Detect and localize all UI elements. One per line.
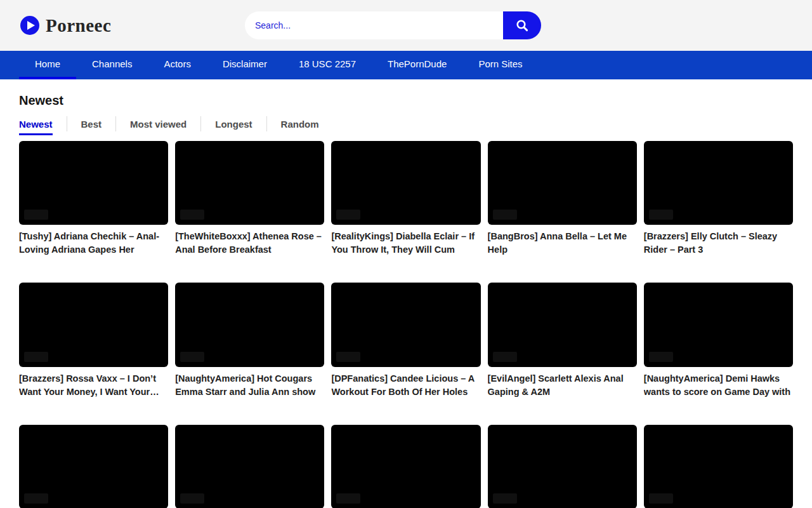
video-card[interactable]: [DPFanatics] Candee Licious – A Workout … (331, 283, 480, 398)
play-icon (20, 16, 39, 35)
search-button[interactable] (503, 11, 541, 39)
nav-item-actors: Actors (148, 51, 207, 79)
video-title: [TheWhiteBoxxx] Athenea Rose – Anal Befo… (175, 230, 324, 257)
tab-most-viewed: Most viewed (115, 116, 200, 131)
video-card[interactable]: [Brazzers] Elly Clutch – Sleazy Rider – … (644, 141, 793, 257)
page-title: Newest (19, 93, 793, 108)
video-thumbnail[interactable] (488, 141, 637, 225)
video-grid: [Tushy] Adriana Chechik – Anal-Loving Ad… (19, 141, 793, 508)
video-thumbnail[interactable] (644, 141, 793, 225)
nav-item-porn-sites: Porn Sites (462, 51, 538, 79)
video-thumbnail[interactable] (175, 283, 324, 366)
tab-random: Random (266, 116, 333, 131)
duration-badge (24, 352, 48, 362)
video-title: [Tushy] Adriana Chechik – Anal-Loving Ad… (19, 230, 168, 257)
video-title: [NaughtyAmerica] Demi Hawks wants to sco… (644, 372, 793, 399)
video-thumbnail[interactable] (488, 283, 637, 366)
video-title: [NaughtyAmerica] Hot Cougars Emma Starr … (175, 372, 324, 399)
video-card[interactable] (331, 425, 480, 508)
tab-best: Best (67, 116, 116, 131)
duration-badge (24, 210, 48, 220)
video-thumbnail[interactable] (331, 425, 480, 508)
video-thumbnail[interactable] (644, 283, 793, 366)
nav-link-channels[interactable]: Channels (76, 51, 148, 79)
tab-longest-link[interactable]: Longest (215, 119, 252, 130)
video-thumbnail[interactable] (331, 141, 480, 225)
nav-item-home: Home (19, 51, 76, 79)
duration-badge (649, 210, 673, 220)
video-thumbnail[interactable] (19, 425, 168, 508)
brand-logo[interactable]: Porneec (20, 15, 111, 36)
nav-link-home[interactable]: Home (19, 51, 76, 79)
nav-list: Home Channels Actors Disclaimer 18 USC 2… (0, 51, 812, 79)
tab-newest: Newest (19, 116, 67, 131)
tab-random-link[interactable]: Random (281, 119, 319, 130)
search-input[interactable] (245, 11, 503, 39)
video-card[interactable] (644, 425, 793, 508)
duration-badge (180, 352, 204, 362)
nav-item-channels: Channels (76, 51, 148, 79)
video-card[interactable]: [Tushy] Adriana Chechik – Anal-Loving Ad… (19, 141, 168, 257)
video-thumbnail[interactable] (644, 425, 793, 508)
video-card[interactable]: [Brazzers] Rossa Vaxx – I Don’t Want You… (19, 283, 168, 398)
nav-link-theporndude[interactable]: ThePornDude (372, 51, 462, 79)
search-icon (515, 18, 529, 32)
duration-badge (649, 493, 673, 504)
nav-link-actors[interactable]: Actors (148, 51, 207, 79)
nav-item-theporndude: ThePornDude (372, 51, 462, 79)
duration-badge (180, 493, 204, 504)
search-bar (245, 11, 541, 39)
video-card[interactable]: [BangBros] Anna Bella – Let Me Help (488, 141, 637, 257)
duration-badge (493, 352, 517, 362)
video-thumbnail[interactable] (331, 283, 480, 366)
video-card[interactable]: [EvilAngel] Scarlett Alexis Anal Gaping … (488, 283, 637, 398)
duration-badge (336, 352, 360, 362)
video-thumbnail[interactable] (175, 425, 324, 508)
main-nav: Home Channels Actors Disclaimer 18 USC 2… (0, 51, 812, 79)
nav-item-18-usc-2257: 18 USC 2257 (283, 51, 372, 79)
tab-most-viewed-link[interactable]: Most viewed (130, 119, 187, 130)
video-thumbnail[interactable] (175, 141, 324, 225)
video-card[interactable] (175, 425, 324, 508)
duration-badge (493, 493, 517, 504)
video-title: [EvilAngel] Scarlett Alexis Anal Gaping … (488, 372, 637, 399)
video-title: [RealityKings] Diabella Eclair – If You … (331, 230, 480, 257)
video-thumbnail[interactable] (19, 141, 168, 225)
video-card[interactable] (488, 425, 637, 508)
tab-longest: Longest (200, 116, 266, 131)
duration-badge (493, 210, 517, 220)
video-card[interactable]: [NaughtyAmerica] Hot Cougars Emma Starr … (175, 283, 324, 398)
tab-newest-link[interactable]: Newest (19, 119, 53, 130)
duration-badge (336, 210, 360, 220)
video-title: [BangBros] Anna Bella – Let Me Help (488, 230, 637, 257)
video-card[interactable]: [RealityKings] Diabella Eclair – If You … (331, 141, 480, 257)
video-card[interactable]: [TheWhiteBoxxx] Athenea Rose – Anal Befo… (175, 141, 324, 257)
duration-badge (24, 493, 48, 504)
nav-link-porn-sites[interactable]: Porn Sites (462, 51, 538, 79)
duration-badge (336, 493, 360, 504)
nav-link-18-usc-2257[interactable]: 18 USC 2257 (283, 51, 372, 79)
video-card[interactable] (19, 425, 168, 508)
nav-item-disclaimer: Disclaimer (207, 51, 283, 79)
video-thumbnail[interactable] (19, 283, 168, 366)
duration-badge (649, 352, 673, 362)
nav-link-disclaimer[interactable]: Disclaimer (207, 51, 283, 79)
video-thumbnail[interactable] (488, 425, 637, 508)
video-card[interactable]: [NaughtyAmerica] Demi Hawks wants to sco… (644, 283, 793, 398)
brand-name: Porneec (46, 15, 111, 36)
video-title: [Brazzers] Elly Clutch – Sleazy Rider – … (644, 230, 793, 257)
duration-badge (180, 210, 204, 220)
tab-best-link[interactable]: Best (81, 119, 102, 130)
main-content: Newest Newest Best Most viewed Longest R… (0, 93, 812, 508)
video-title: [Brazzers] Rossa Vaxx – I Don’t Want You… (19, 372, 168, 399)
video-title: [DPFanatics] Candee Licious – A Workout … (331, 372, 480, 399)
sort-tabs: Newest Best Most viewed Longest Random (19, 116, 793, 131)
header: Porneec (0, 0, 812, 51)
